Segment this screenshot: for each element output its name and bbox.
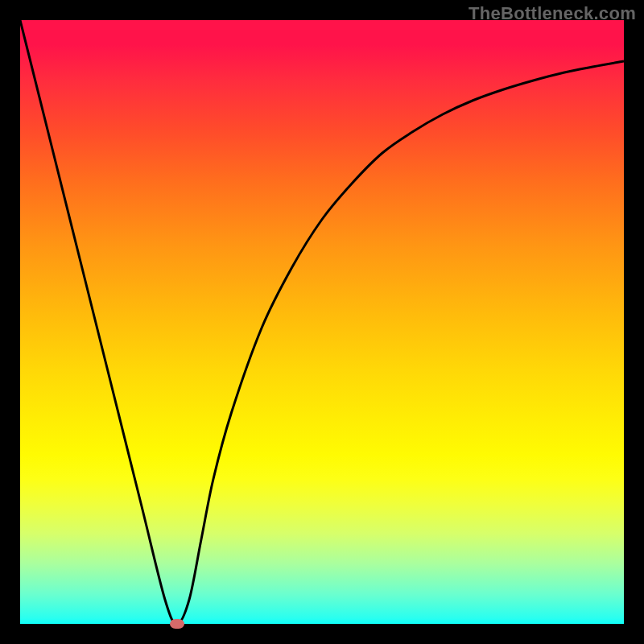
bottleneck-curve-path [20,20,624,624]
chart-frame: TheBottleneck.com [0,0,644,644]
curve-svg [20,20,624,624]
minimum-marker [170,619,184,629]
attribution-label: TheBottleneck.com [469,3,636,24]
plot-area [20,20,624,624]
